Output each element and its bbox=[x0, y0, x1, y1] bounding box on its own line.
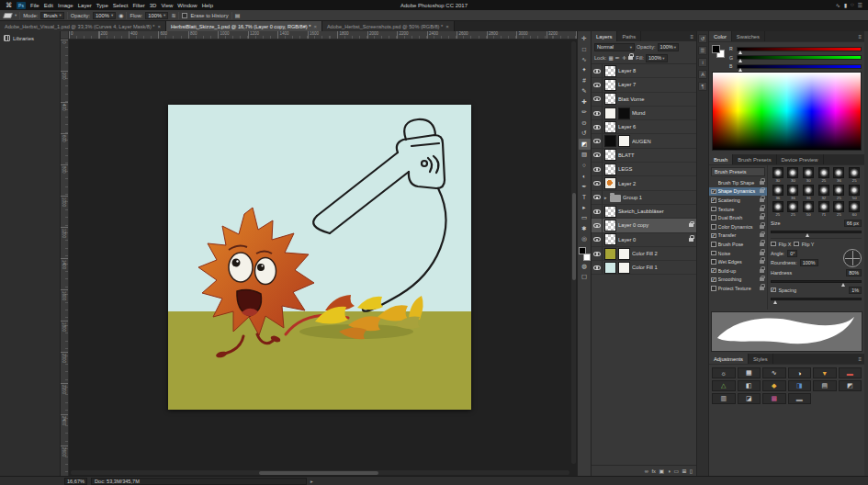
vertical-scrollbar-thumb[interactable] bbox=[572, 193, 576, 280]
brush-section-color-dynamics[interactable]: Color Dynamics bbox=[709, 222, 767, 231]
color-slider-track[interactable] bbox=[737, 47, 862, 51]
brush-tip[interactable]: 36 bbox=[801, 185, 816, 201]
levels-adjustment[interactable]: ▦ bbox=[738, 367, 761, 378]
color-slider-track[interactable] bbox=[737, 64, 862, 69]
panel-menu-icon[interactable]: ≡ bbox=[855, 354, 864, 364]
color-balance-adjustment[interactable]: △ bbox=[712, 380, 736, 391]
checkbox-icon[interactable]: ✓ bbox=[711, 268, 716, 274]
color-tab-color[interactable]: Color bbox=[709, 31, 732, 41]
color-lookup-adjustment[interactable]: ▤ bbox=[813, 380, 837, 391]
brush-section-brush-tip-shape[interactable]: Brush Tip Shape bbox=[709, 178, 767, 187]
menu-file[interactable]: File bbox=[30, 3, 39, 8]
foreground-color-swatch[interactable] bbox=[579, 247, 586, 254]
lock-all-icon[interactable] bbox=[628, 56, 633, 60]
checkbox-icon[interactable] bbox=[711, 259, 716, 265]
visibility-toggle[interactable] bbox=[592, 120, 603, 133]
hardness-slider[interactable] bbox=[771, 280, 862, 283]
document-tab[interactable]: HerbstBlatt_Skizze_1.psd @ 16,7% (Layer … bbox=[166, 21, 322, 31]
panel-menu-icon[interactable]: ≡ bbox=[855, 31, 864, 41]
checkbox-icon[interactable] bbox=[711, 215, 716, 220]
marquee-tool[interactable]: □ bbox=[579, 44, 591, 55]
brush-tip[interactable]: 30 bbox=[801, 167, 816, 184]
pen-tool[interactable]: ✒ bbox=[579, 181, 591, 192]
checkbox-icon[interactable]: ✓ bbox=[711, 197, 716, 203]
history-brush-tool[interactable]: ↺ bbox=[579, 129, 591, 140]
crop-tool[interactable]: # bbox=[579, 75, 591, 86]
brush-section-wet-edges[interactable]: Wet Edges bbox=[709, 257, 767, 266]
menu-view[interactable]: View bbox=[161, 3, 173, 8]
brush-section-dual-brush[interactable]: Dual Brush bbox=[709, 213, 767, 222]
mode-select[interactable]: Brush▾ bbox=[40, 12, 63, 19]
brush-tip[interactable]: 60 bbox=[847, 201, 862, 218]
brush-tip[interactable]: 30 bbox=[771, 167, 785, 184]
color-panel-swatches[interactable] bbox=[712, 45, 725, 58]
search-icon[interactable]: ◌ bbox=[851, 2, 854, 8]
hand-tool[interactable]: ✱ bbox=[579, 223, 591, 234]
color-slider-thumb[interactable] bbox=[738, 51, 742, 54]
menu-image[interactable]: Image bbox=[58, 3, 73, 8]
visibility-toggle[interactable] bbox=[592, 93, 603, 106]
color-slider-track[interactable] bbox=[737, 55, 862, 60]
panel-menu-icon[interactable]: ≡ bbox=[687, 31, 696, 41]
gradient-map-adjustment[interactable]: ▬ bbox=[788, 393, 812, 404]
eyedropper-tool[interactable]: ✎ bbox=[579, 86, 591, 97]
color-slider-thumb[interactable] bbox=[738, 59, 742, 62]
shape-tool[interactable]: ▭ bbox=[579, 213, 591, 224]
brush-section-build-up[interactable]: ✓Build-up bbox=[709, 266, 767, 276]
menu-layer[interactable]: Layer bbox=[78, 3, 92, 8]
checkbox-icon[interactable] bbox=[711, 207, 716, 212]
screen-mode-icon[interactable]: ▢ bbox=[579, 272, 591, 283]
wifi-icon[interactable]: ∿ bbox=[836, 2, 840, 8]
document-canvas[interactable] bbox=[168, 105, 471, 410]
visibility-toggle[interactable] bbox=[592, 107, 603, 119]
brush-size-value[interactable]: 66 px bbox=[844, 220, 862, 227]
lock-pixels-icon[interactable]: ✏ bbox=[615, 55, 620, 61]
horizontal-scrollbar-thumb[interactable] bbox=[259, 471, 378, 475]
angle-value[interactable]: 0° bbox=[787, 250, 797, 257]
zoom-level-field[interactable]: 16,67% bbox=[64, 478, 87, 485]
brush-section-transfer[interactable]: ✓Transfer bbox=[709, 231, 767, 241]
checkbox-icon[interactable] bbox=[711, 251, 716, 256]
blur-tool[interactable]: ○ bbox=[579, 160, 591, 171]
black-white-adjustment[interactable]: ◧ bbox=[738, 380, 761, 391]
layer-row[interactable]: BLATT bbox=[592, 149, 696, 163]
type-tool[interactable]: T bbox=[579, 192, 591, 203]
layer-row[interactable]: Sketch_Laubbläser bbox=[592, 205, 696, 219]
vibrance-adjustment[interactable]: ▼ bbox=[813, 367, 837, 378]
eraser-tool[interactable]: ◩ bbox=[579, 139, 591, 150]
new-group-icon[interactable]: ▭ bbox=[673, 468, 678, 474]
horizontal-scrollbar[interactable] bbox=[71, 470, 569, 475]
clone-stamp-tool[interactable]: ⊙ bbox=[579, 118, 591, 129]
brush-tip[interactable]: 25 bbox=[771, 201, 785, 218]
brush-tip[interactable]: 36 bbox=[786, 185, 801, 201]
brush-panel-toggle-icon[interactable]: ▤ bbox=[235, 12, 241, 18]
layers-tab-paths[interactable]: Paths bbox=[617, 31, 641, 41]
brush-section-scattering[interactable]: ✓Scattering bbox=[709, 196, 767, 205]
posterize-adjustment[interactable]: ▥ bbox=[712, 393, 736, 404]
brush-tip[interactable]: 25 bbox=[847, 167, 862, 184]
layer-row[interactable]: ▸Group 1 bbox=[592, 191, 696, 205]
brush-tip[interactable]: 36 bbox=[832, 167, 847, 184]
flow-value[interactable]: 100%▾ bbox=[145, 12, 168, 19]
brush-tab-device-preview[interactable]: Device Preview bbox=[777, 154, 824, 164]
apple-menu-icon[interactable]: ⌘ bbox=[6, 2, 12, 9]
color-slider-thumb[interactable] bbox=[738, 68, 742, 72]
foreground-color-swatch[interactable] bbox=[712, 45, 720, 53]
layer-row[interactable]: LEGS bbox=[592, 163, 696, 176]
link-layers-icon[interactable]: ∞ bbox=[645, 468, 648, 474]
checkbox-icon[interactable]: ✓ bbox=[711, 277, 716, 283]
battery-icon[interactable]: ▮ bbox=[844, 2, 847, 8]
checkbox-icon[interactable]: ✓ bbox=[711, 233, 716, 239]
brush-tip[interactable]: 25 bbox=[832, 201, 847, 218]
erase-to-history-checkbox[interactable] bbox=[182, 13, 187, 18]
brush-tip[interactable]: 25 bbox=[832, 185, 847, 201]
photo-filter-adjustment[interactable]: ◆ bbox=[762, 380, 786, 391]
invert-adjustment[interactable]: ◩ bbox=[839, 380, 862, 391]
pen-pressure-opacity-icon[interactable]: ◉ bbox=[118, 12, 123, 18]
brush-section-shape-dynamics[interactable]: ✓Shape Dynamics bbox=[709, 187, 767, 197]
brush-tab-brush-presets[interactable]: Brush Presets bbox=[733, 154, 776, 164]
layer-row[interactable]: Layer 8 bbox=[592, 64, 696, 78]
tab-close-icon[interactable]: × bbox=[313, 24, 317, 29]
hardness-value[interactable]: 80% bbox=[846, 269, 862, 276]
layer-row[interactable]: Layer 0 copy bbox=[592, 219, 696, 232]
